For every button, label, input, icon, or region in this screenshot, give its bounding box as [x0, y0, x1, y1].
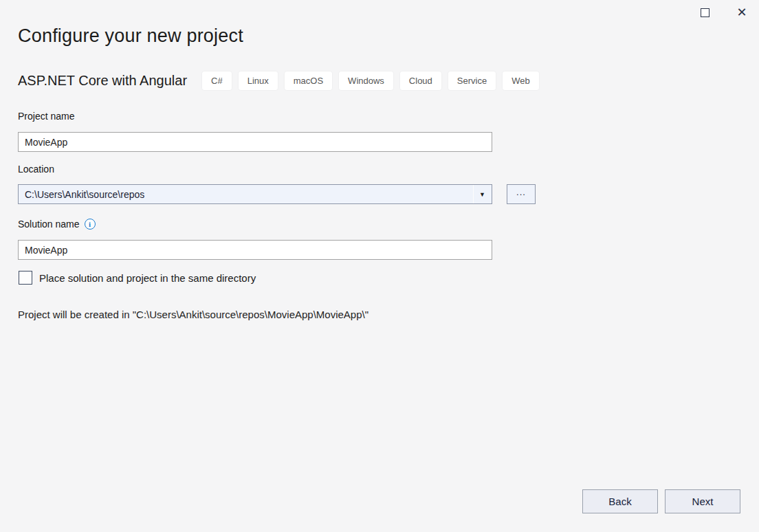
project-path-note: Project will be created in "C:\Users\Ank… — [18, 309, 368, 320]
project-name-label: Project name — [18, 111, 74, 122]
template-name: ASP.NET Core with Angular — [18, 73, 187, 89]
same-directory-checkbox-row[interactable]: Place solution and project in the same d… — [19, 271, 256, 285]
template-tags: C# Linux macOS Windows Cloud Service Web — [202, 71, 539, 90]
solution-name-label: Solution name i — [18, 219, 96, 230]
template-info-row: ASP.NET Core with Angular C# Linux macOS… — [18, 71, 539, 90]
next-button[interactable]: Next — [665, 489, 740, 513]
location-combobox[interactable]: C:\Users\Ankit\source\repos ▼ — [18, 184, 492, 204]
window-controls: ✕ — [694, 4, 752, 21]
tag-csharp: C# — [202, 71, 232, 90]
tag-macos: macOS — [285, 71, 332, 90]
info-icon[interactable]: i — [85, 219, 96, 230]
tag-linux: Linux — [239, 71, 278, 90]
maximize-icon — [701, 8, 710, 17]
solution-name-input[interactable] — [18, 240, 492, 260]
footer-buttons: Back Next — [582, 489, 740, 513]
tag-windows: Windows — [339, 71, 393, 90]
same-directory-checkbox[interactable] — [19, 271, 32, 285]
configure-project-dialog: ✕ Configure your new project ASP.NET Cor… — [0, 0, 759, 532]
close-button[interactable]: ✕ — [732, 4, 752, 21]
solution-name-label-text: Solution name — [18, 219, 80, 230]
tag-service: Service — [448, 71, 496, 90]
page-title: Configure your new project — [18, 25, 243, 47]
back-button[interactable]: Back — [582, 489, 658, 513]
tag-cloud: Cloud — [400, 71, 441, 90]
project-name-input[interactable] — [18, 132, 492, 152]
browse-location-button[interactable]: ... — [507, 184, 536, 204]
tag-web: Web — [503, 71, 539, 90]
maximize-button[interactable] — [694, 4, 715, 21]
chevron-down-icon[interactable]: ▼ — [473, 185, 485, 203]
same-directory-checkbox-label: Place solution and project in the same d… — [39, 272, 256, 284]
close-icon: ✕ — [736, 6, 747, 19]
location-value: C:\Users\Ankit\source\repos — [25, 189, 473, 200]
location-label: Location — [18, 164, 54, 175]
